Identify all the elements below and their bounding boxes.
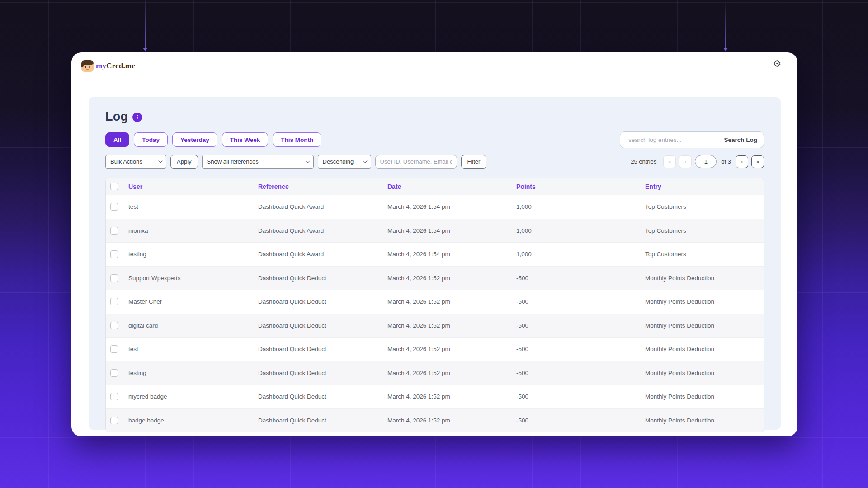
cell-date: March 4, 2026 1:54 pm	[387, 227, 516, 234]
pagination-first-button[interactable]: «	[663, 155, 676, 168]
cell-user: badge badge	[128, 417, 258, 424]
cell-points: -500	[516, 417, 645, 424]
cell-user: Master Chef	[128, 298, 258, 305]
brand-name: myCred.me	[96, 61, 135, 70]
tab-this-week[interactable]: This Week	[222, 132, 269, 147]
table-row: testDashboard Quick AwardMarch 4, 2026 1…	[106, 195, 764, 219]
bulk-actions-value: Bulk Actions	[110, 158, 142, 165]
apply-button[interactable]: Apply	[170, 155, 198, 169]
cell-points: -500	[516, 322, 645, 329]
cell-points: 1,000	[516, 251, 645, 258]
pagination-last-button[interactable]: »	[751, 155, 764, 168]
grid-accent-line-left	[145, 0, 146, 49]
pagination-current-page[interactable]: 1	[695, 155, 717, 168]
tab-today[interactable]: Today	[134, 132, 168, 147]
brand-logo[interactable]: myCred.me	[81, 60, 135, 72]
info-icon[interactable]: i	[132, 113, 142, 122]
tab-all[interactable]: All	[105, 132, 129, 147]
log-table: UserReferenceDatePointsEntry testDashboa…	[105, 178, 764, 432]
pagination-next-button[interactable]: ›	[736, 155, 748, 168]
cell-date: March 4, 2026 1:52 pm	[387, 346, 516, 352]
cell-reference: Dashboard Quick Deduct	[258, 298, 387, 305]
cell-date: March 4, 2026 1:52 pm	[387, 417, 516, 424]
chevron-down-icon	[305, 159, 310, 163]
column-header-reference[interactable]: Reference	[258, 183, 387, 190]
cell-date: March 4, 2026 1:54 pm	[387, 203, 516, 210]
reference-filter-select[interactable]: Show all references	[202, 155, 314, 169]
cell-date: March 4, 2026 1:52 pm	[387, 370, 516, 376]
cell-entry: Monthly Points Deduction	[645, 370, 764, 376]
filter-button[interactable]: Filter	[461, 155, 487, 169]
brand-name-suffix: Cred.me	[106, 61, 135, 70]
cell-reference: Dashboard Quick Award	[258, 203, 387, 210]
brand-name-prefix: my	[96, 61, 106, 70]
grid-accent-line-right	[725, 0, 726, 49]
table-row: testDashboard Quick DeductMarch 4, 2026 …	[106, 337, 764, 361]
cell-points: -500	[516, 298, 645, 305]
column-header-entry[interactable]: Entry	[645, 183, 764, 190]
row-checkbox[interactable]	[110, 227, 118, 235]
entries-count: 25 entries	[631, 158, 656, 165]
cell-points: 1,000	[516, 227, 645, 234]
cell-points: -500	[516, 346, 645, 352]
cell-entry: Monthly Points Deduction	[645, 393, 764, 400]
cell-entry: Monthly Points Deduction	[645, 417, 764, 424]
cell-user: monixa	[128, 227, 258, 234]
column-header-date[interactable]: Date	[387, 183, 516, 190]
table-row: mycred badgeDashboard Quick DeductMarch …	[106, 385, 764, 408]
cell-points: -500	[516, 370, 645, 376]
cell-reference: Dashboard Quick Deduct	[258, 346, 387, 352]
cell-user: Support Wpexperts	[128, 275, 258, 282]
cell-entry: Monthly Points Deduction	[645, 322, 764, 329]
cell-reference: Dashboard Quick Deduct	[258, 370, 387, 376]
row-checkbox[interactable]	[110, 345, 118, 353]
settings-gear-icon[interactable]: ⚙	[773, 59, 781, 69]
cell-user: testing	[128, 251, 258, 258]
table-row: testingDashboard Quick AwardMarch 4, 202…	[106, 242, 764, 266]
pagination-prev-button[interactable]: ‹	[679, 155, 692, 168]
log-panel: Log i AllTodayYesterdayThis WeekThis Mon…	[89, 97, 781, 430]
row-checkbox[interactable]	[110, 322, 118, 329]
table-row: testingDashboard Quick DeductMarch 4, 20…	[106, 361, 764, 385]
chevron-down-icon	[158, 159, 163, 163]
table-row: Master ChefDashboard Quick DeductMarch 4…	[106, 290, 764, 314]
mycred-mascot-icon	[81, 60, 94, 72]
cell-entry: Top Customers	[645, 227, 764, 234]
row-checkbox[interactable]	[110, 250, 118, 258]
table-header-row: UserReferenceDatePointsEntry	[106, 178, 764, 195]
cell-user: digital card	[128, 322, 258, 329]
row-checkbox[interactable]	[110, 274, 118, 282]
table-row: badge badgeDashboard Quick DeductMarch 4…	[106, 408, 764, 432]
sort-order-value: Descending	[323, 158, 354, 165]
column-header-user[interactable]: User	[128, 183, 258, 190]
row-checkbox[interactable]	[110, 298, 118, 305]
cell-user: mycred badge	[128, 393, 258, 400]
grid-accent-tip-left	[143, 48, 147, 51]
pagination-of-text: of 3	[721, 158, 731, 165]
cell-entry: Top Customers	[645, 251, 764, 258]
search-input[interactable]	[620, 132, 717, 148]
table-row: monixaDashboard Quick AwardMarch 4, 2026…	[106, 219, 764, 243]
user-filter-input[interactable]	[375, 155, 457, 169]
bulk-actions-select[interactable]: Bulk Actions	[105, 155, 166, 169]
row-checkbox[interactable]	[110, 369, 118, 377]
cell-entry: Monthly Points Deduction	[645, 298, 764, 305]
tab-this-month[interactable]: This Month	[273, 132, 321, 147]
row-checkbox[interactable]	[110, 393, 118, 400]
column-header-points[interactable]: Points	[516, 183, 645, 190]
chevron-down-icon	[363, 159, 367, 163]
cell-reference: Dashboard Quick Deduct	[258, 322, 387, 329]
cell-user: testing	[128, 370, 258, 376]
row-checkbox[interactable]	[110, 203, 118, 211]
sort-order-select[interactable]: Descending	[318, 155, 371, 169]
grid-accent-tip-right	[723, 48, 728, 51]
select-all-checkbox[interactable]	[110, 183, 118, 190]
window-header: myCred.me ⚙	[71, 52, 797, 80]
search-log-button[interactable]: Search Log	[717, 136, 764, 143]
row-checkbox[interactable]	[110, 417, 118, 424]
table-row: Support WpexpertsDashboard Quick DeductM…	[106, 266, 764, 290]
cell-entry: Monthly Points Deduction	[645, 346, 764, 352]
tab-yesterday[interactable]: Yesterday	[172, 132, 217, 147]
cell-reference: Dashboard Quick Deduct	[258, 275, 387, 282]
cell-user: test	[128, 203, 258, 210]
